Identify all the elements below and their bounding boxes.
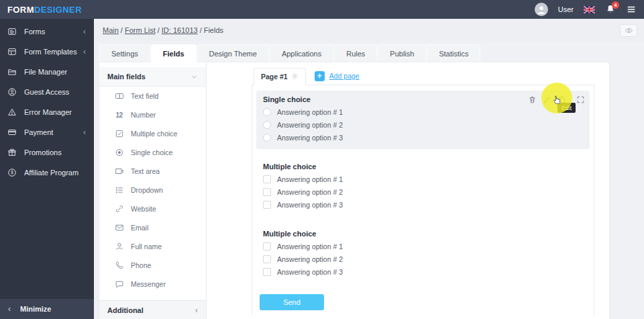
person-icon	[115, 242, 124, 251]
notifications-button[interactable]: 4	[605, 4, 616, 15]
field-type-text-field[interactable]: Text field	[99, 87, 206, 105]
breadcrumb-main[interactable]: Main	[103, 26, 119, 34]
fields-panel: Main fields Text field 12 Number	[99, 62, 207, 319]
field-type-messenger[interactable]: Messenger	[99, 275, 206, 293]
form-canvas: Edit Single choice Answering option # 1	[252, 85, 594, 315]
field-type-number[interactable]: 12 Number	[99, 105, 206, 124]
user-menu[interactable]: User	[558, 5, 574, 13]
breadcrumb-form-list[interactable]: Form List	[125, 26, 156, 34]
logo-form: FORM	[7, 5, 34, 15]
breadcrumb-bar: Main/Form List/ID: 161013/Fields	[94, 19, 644, 42]
radio-control[interactable]	[263, 134, 271, 142]
answer-option[interactable]: Answering option # 1	[263, 108, 583, 116]
checkbox-control[interactable]	[263, 268, 271, 276]
sidebar-item-promotions[interactable]: Promotions	[0, 142, 94, 163]
chevron-left-icon: ‹	[83, 48, 86, 56]
edit-block-button[interactable]	[543, 95, 551, 103]
checkbox-control[interactable]	[263, 188, 271, 196]
tab-settings[interactable]: Settings	[99, 44, 150, 62]
sidebar-nav: Forms ‹ Form Templates ‹ File Manager Gu…	[0, 19, 94, 299]
radio-control[interactable]	[263, 121, 271, 129]
sidebar-item-error-manager[interactable]: Error Manager	[0, 102, 94, 122]
answer-option[interactable]: Answering option # 3	[263, 201, 583, 209]
answer-option[interactable]: Answering option # 1	[263, 175, 583, 183]
field-type-list: Text field 12 Number Multiple choice	[99, 87, 206, 300]
form-block-multiple-choice-2[interactable]: Multiple choice Answering option # 1 Ans…	[256, 225, 590, 283]
number-icon: 12	[115, 111, 122, 119]
expand-icon	[576, 95, 585, 104]
tab-rules[interactable]: Rules	[334, 44, 377, 62]
page-tab-1[interactable]: Page #1	[254, 68, 306, 85]
sidebar-item-payment[interactable]: Payment ‹	[0, 122, 94, 142]
sidebar-item-file-manager[interactable]: File Manager	[0, 62, 94, 82]
credit-card-icon	[7, 128, 17, 137]
avatar[interactable]	[535, 3, 548, 16]
folder-icon	[7, 67, 17, 77]
expand-block-button[interactable]	[576, 95, 585, 103]
breadcrumb-current: Fields	[204, 26, 223, 34]
field-type-multiple-choice[interactable]: Multiple choice	[99, 124, 206, 143]
sidebar-item-forms[interactable]: Forms ‹	[0, 21, 94, 42]
tab-publish[interactable]: Publish	[378, 44, 426, 62]
list-icon	[115, 185, 124, 195]
plus-icon: +	[315, 71, 325, 81]
gift-icon	[7, 148, 17, 157]
dollar-circle-icon: $	[7, 168, 17, 177]
field-type-single-choice[interactable]: Single choice	[99, 143, 206, 162]
logo-designer: DESIGNER	[34, 5, 82, 15]
checkbox-control[interactable]	[263, 201, 271, 209]
answer-option[interactable]: Answering option # 2	[263, 188, 583, 196]
content-card: Main fields Text field 12 Number	[99, 62, 609, 319]
answer-option[interactable]: Answering option # 1	[263, 242, 583, 250]
tab-applications[interactable]: Applications	[270, 44, 333, 62]
answer-option[interactable]: Answering option # 2	[263, 255, 583, 263]
speech-bubble-icon	[115, 279, 124, 289]
sidebar-minimize-button[interactable]: ‹ Minimize	[0, 299, 94, 319]
template-icon	[7, 47, 17, 56]
menu-icon[interactable]	[626, 5, 637, 14]
additional-fields-header[interactable]: Additional ‹	[99, 300, 206, 319]
add-page-button[interactable]: + Add page	[315, 71, 360, 81]
preview-button[interactable]	[620, 24, 637, 37]
radio-dot-icon	[115, 148, 124, 157]
warning-icon	[7, 107, 17, 117]
answer-option[interactable]: Answering option # 2	[263, 121, 583, 129]
top-bar: FORMDESIGNER User 4	[0, 0, 644, 19]
tab-fields[interactable]: Fields	[151, 44, 197, 62]
tab-design-theme[interactable]: Design Theme	[197, 44, 269, 62]
delete-block-button[interactable]	[528, 95, 537, 103]
answer-option[interactable]: Answering option # 3	[263, 134, 583, 142]
field-type-dropdown[interactable]: Dropdown	[99, 181, 206, 199]
block-toolbar	[528, 95, 585, 103]
sidebar-item-form-templates[interactable]: Form Templates ‹	[0, 42, 94, 62]
checkbox-control[interactable]	[263, 255, 271, 263]
app: FORMDESIGNER User 4	[0, 0, 644, 319]
tab-statistics[interactable]: Statistics	[427, 44, 480, 62]
gear-icon[interactable]	[291, 73, 299, 80]
field-type-website[interactable]: Website	[99, 199, 206, 218]
field-type-text-area[interactable]: Text area	[99, 162, 206, 181]
form-icon	[7, 27, 17, 36]
uk-flag-icon[interactable]	[584, 6, 595, 13]
form-block-single-choice[interactable]: Edit Single choice Answering option # 1	[256, 91, 590, 149]
edit-tooltip: Edit	[557, 103, 576, 113]
sidebar-item-guest-access[interactable]: Guest Access	[0, 82, 94, 102]
radio-control[interactable]	[263, 108, 271, 116]
field-type-full-name[interactable]: Full name	[99, 237, 206, 256]
form-block-multiple-choice-1[interactable]: Multiple choice Answering option # 1 Ans…	[256, 158, 590, 216]
app-logo[interactable]: FORMDESIGNER	[7, 5, 82, 15]
answer-option[interactable]: Answering option # 3	[263, 268, 583, 276]
checkbox-control[interactable]	[263, 175, 271, 183]
sidebar-item-affiliate-program[interactable]: $ Affiliate Program	[0, 163, 94, 183]
field-type-phone[interactable]: Phone	[99, 256, 206, 275]
main-fields-header[interactable]: Main fields	[99, 67, 206, 87]
send-button[interactable]: Send	[260, 294, 324, 310]
checkbox-control[interactable]	[263, 242, 271, 250]
sidebar: Forms ‹ Form Templates ‹ File Manager Gu…	[0, 19, 94, 319]
page-bar: Page #1 + Add page	[254, 67, 609, 85]
text-area-icon	[115, 167, 124, 176]
field-type-email[interactable]: Email	[99, 218, 206, 237]
chevron-left-icon: ‹	[195, 306, 198, 315]
guest-icon	[7, 87, 17, 97]
breadcrumb-form-id[interactable]: ID: 161013	[162, 26, 198, 34]
